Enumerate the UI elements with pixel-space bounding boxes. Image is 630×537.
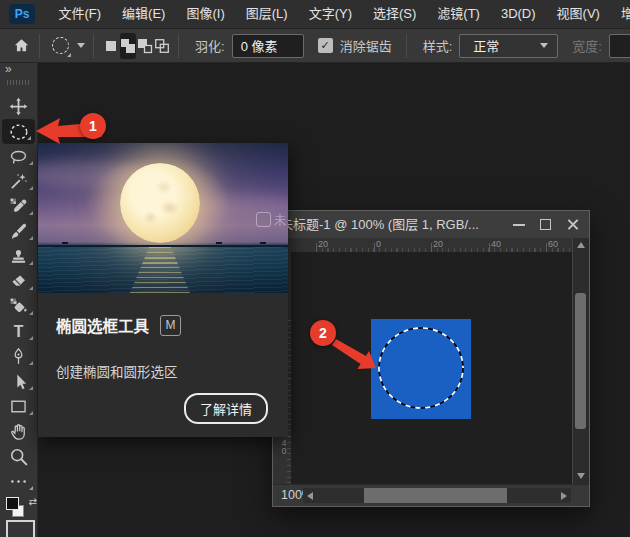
watermark-icon — [256, 212, 271, 227]
rectangle-icon — [8, 396, 29, 417]
default-colors-widget[interactable]: ⇄ — [5, 497, 35, 517]
gradient-icon — [8, 296, 29, 317]
learn-more-button[interactable]: 了解详情 — [184, 393, 268, 424]
add-to-selection-button[interactable] — [120, 33, 136, 59]
menu-file[interactable]: 文件(F) — [48, 0, 112, 28]
new-selection-icon — [103, 38, 119, 54]
tooltip-title-row: 椭圆选框工具 M — [56, 314, 288, 336]
canvas-document[interactable] — [371, 319, 471, 419]
rectangle-tool[interactable] — [0, 394, 37, 419]
ellipse-marquee-preview-icon — [52, 37, 69, 54]
tool-options-bar: 羽化: 0 像素 ✓ 消除锯齿 样式: 正常 宽度: — [0, 29, 630, 63]
scroll-left-icon[interactable] — [307, 492, 313, 500]
photoshop-app: Ps 文件(F) 编辑(E) 图像(I) 图层(L) 文字(Y) 选择(S) 滤… — [0, 0, 630, 537]
divider — [93, 34, 94, 58]
document-titlebar[interactable]: 未标题-1 @ 100% (图层 1, RGB/... — [273, 211, 589, 239]
eraser-tool[interactable] — [0, 269, 37, 294]
ruler-label: 40 — [279, 438, 289, 454]
lasso-icon — [8, 146, 29, 167]
home-button[interactable] — [12, 36, 31, 55]
move-tool[interactable] — [0, 94, 37, 119]
clone-stamp-tool[interactable] — [0, 244, 37, 269]
divider — [39, 34, 40, 58]
gradient-tool[interactable] — [0, 294, 37, 319]
menu-edit[interactable]: 编辑(E) — [112, 0, 176, 28]
ellipse-marquee-icon — [8, 121, 30, 143]
width-input[interactable] — [609, 34, 630, 58]
foreground-color-picker[interactable] — [6, 520, 35, 537]
new-selection-button[interactable] — [103, 33, 119, 59]
style-selected-value: 正常 — [473, 36, 499, 55]
intersect-selection-button[interactable] — [154, 33, 170, 59]
current-tool-preset[interactable] — [52, 37, 85, 54]
tool-tooltip-card: 未 椭圆选框工具 M 创建椭圆和圆形选区 了解详情 — [38, 143, 288, 437]
eyedropper-icon — [8, 196, 29, 217]
eraser-icon — [8, 271, 29, 292]
subtract-from-selection-button[interactable] — [137, 33, 153, 59]
type-tool[interactable]: T — [0, 319, 37, 344]
document-status-bar: 100% — [273, 484, 589, 506]
toolbar-grip[interactable] — [7, 80, 30, 85]
move-icon — [8, 96, 29, 117]
tool-list: T — [0, 94, 37, 494]
subtract-from-selection-icon — [137, 38, 153, 54]
maximize-button[interactable] — [532, 211, 559, 238]
intersect-selection-icon — [154, 38, 170, 54]
vertical-scrollbar-thumb[interactable] — [575, 293, 586, 429]
minimize-button[interactable] — [505, 211, 532, 238]
horizontal-scrollbar[interactable] — [303, 488, 571, 503]
hand-tool[interactable] — [0, 419, 37, 444]
collapse-toolbar-icon[interactable]: » — [5, 62, 11, 76]
stock-watermark: 未 — [256, 211, 286, 228]
scroll-up-icon[interactable] — [577, 242, 585, 248]
ellipse-marquee-tool[interactable] — [2, 119, 35, 144]
lasso-tool[interactable] — [0, 144, 37, 169]
eyedropper-tool[interactable] — [0, 194, 37, 219]
swap-colors-icon[interactable]: ⇄ — [29, 496, 37, 507]
scroll-right-icon[interactable] — [561, 492, 567, 500]
ship-silhouette — [260, 242, 266, 244]
foreground-color-swatch — [6, 497, 19, 510]
callout-badge-2: 2 — [310, 320, 336, 346]
menu-filter[interactable]: 滤镜(T) — [427, 0, 491, 28]
menu-image[interactable]: 图像(I) — [176, 0, 235, 28]
menu-3d[interactable]: 3D(D) — [490, 0, 546, 28]
antialias-checkbox[interactable]: ✓ — [318, 38, 333, 53]
more-tools-button[interactable] — [0, 469, 37, 494]
svg-text:T: T — [14, 323, 24, 340]
width-label: 宽度: — [572, 36, 602, 55]
style-label: 样式: — [423, 36, 453, 55]
tooltip-preview-image: 未 — [38, 143, 288, 293]
horizontal-scrollbar-thumb[interactable] — [364, 488, 507, 503]
path-select-tool[interactable] — [0, 369, 37, 394]
menu-view[interactable]: 视图(V) — [546, 0, 610, 28]
document-title: 未标题-1 @ 100% (图层 1, RGB/... — [280, 211, 479, 238]
magic-wand-tool[interactable] — [0, 169, 37, 194]
zoom-tool[interactable] — [0, 444, 37, 469]
chevron-down-icon — [540, 43, 548, 48]
add-to-selection-icon — [120, 38, 136, 54]
vertical-scrollbar[interactable] — [572, 238, 589, 484]
menu-plugins[interactable]: 增效工具 — [610, 0, 630, 28]
ruler-label: 40 — [491, 239, 501, 249]
hand-icon — [8, 421, 29, 442]
menu-select[interactable]: 选择(S) — [362, 0, 426, 28]
menu-bar: Ps 文件(F) 编辑(E) 图像(I) 图层(L) 文字(Y) 选择(S) 滤… — [0, 0, 630, 29]
brush-icon — [8, 221, 29, 242]
scroll-down-icon[interactable] — [577, 473, 585, 479]
menu-type[interactable]: 文字(Y) — [298, 0, 362, 28]
style-select[interactable]: 正常 — [459, 34, 558, 58]
brush-tool[interactable] — [0, 219, 37, 244]
ship-silhouette — [62, 242, 68, 244]
pen-tool[interactable] — [0, 344, 37, 369]
ship-silhouette — [216, 242, 222, 244]
close-button[interactable] — [559, 211, 586, 238]
menu-layer[interactable]: 图层(L) — [235, 0, 298, 28]
canvas-area[interactable] — [291, 252, 573, 484]
document-window: 未标题-1 @ 100% (图层 1, RGB/... 20 0 20 40 6… — [272, 210, 590, 507]
home-icon — [12, 36, 31, 55]
clone-stamp-icon — [8, 246, 29, 267]
tool-description: 创建椭圆和圆形选区 — [56, 361, 288, 381]
feather-input[interactable]: 0 像素 — [232, 34, 304, 58]
close-icon — [567, 219, 578, 230]
